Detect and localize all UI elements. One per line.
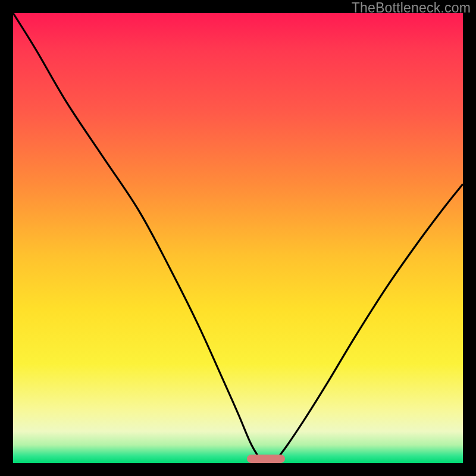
optimal-marker xyxy=(247,455,285,463)
bottleneck-curve xyxy=(13,13,463,463)
plot-area xyxy=(13,13,463,463)
curve-right xyxy=(274,184,463,463)
watermark-text: TheBottleneck.com xyxy=(352,0,471,16)
curve-left xyxy=(13,13,263,463)
